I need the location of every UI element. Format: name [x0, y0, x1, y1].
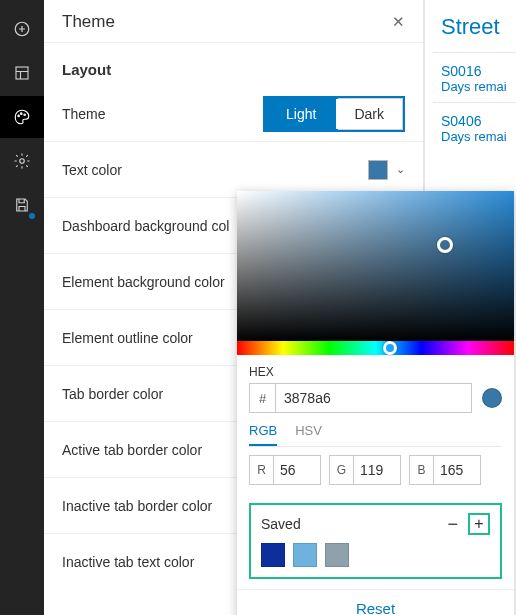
- row-label: Tab border color: [62, 386, 163, 402]
- svg-point-5: [20, 159, 25, 164]
- row-label: Theme: [62, 106, 106, 122]
- unsaved-dot-icon: [29, 213, 35, 219]
- svg-rect-1: [16, 67, 28, 79]
- saturation-gradient[interactable]: [237, 191, 514, 341]
- saved-colors: Saved − +: [249, 503, 502, 579]
- list-item[interactable]: S0016 Days remai: [433, 52, 516, 102]
- hue-slider[interactable]: [237, 341, 514, 355]
- saved-swatch[interactable]: [261, 543, 285, 567]
- row-label: Element background color: [62, 274, 225, 290]
- remove-saved-button[interactable]: −: [447, 515, 458, 533]
- svg-point-3: [21, 113, 23, 115]
- r-input[interactable]: [274, 456, 320, 484]
- g-input[interactable]: [354, 456, 400, 484]
- saved-swatch[interactable]: [293, 543, 317, 567]
- theme-light-button[interactable]: Light: [266, 99, 336, 129]
- svg-point-2: [18, 115, 20, 117]
- row-label: Element outline color: [62, 330, 193, 346]
- add-saved-button[interactable]: +: [468, 513, 490, 535]
- item-sub: Days remai: [441, 129, 516, 144]
- hex-label: HEX: [249, 365, 502, 379]
- panel-title: Theme: [62, 12, 115, 32]
- rail-add[interactable]: [0, 8, 44, 50]
- hex-input[interactable]: [275, 383, 472, 413]
- b-field: B: [409, 455, 481, 485]
- tab-rgb[interactable]: RGB: [249, 423, 277, 446]
- saved-label: Saved: [261, 516, 301, 532]
- item-sub: Days remai: [441, 79, 516, 94]
- g-field: G: [329, 455, 401, 485]
- theme-segmented: Light Dark: [263, 96, 405, 132]
- tab-hsv[interactable]: HSV: [295, 423, 322, 446]
- hash-prefix: #: [249, 383, 275, 413]
- color-picker: HEX # RGB HSV R G B Saved − + Re: [237, 191, 514, 615]
- section-layout: Layout: [44, 43, 423, 86]
- item-id: S0406: [441, 113, 516, 129]
- item-id: S0016: [441, 63, 516, 79]
- color-preview-dot: [482, 388, 502, 408]
- list-item[interactable]: S0406 Days remai: [433, 102, 516, 152]
- row-text-color: Text color ⌄: [44, 142, 423, 198]
- left-rail: [0, 0, 44, 615]
- saved-swatch[interactable]: [325, 543, 349, 567]
- r-field: R: [249, 455, 321, 485]
- saturation-handle[interactable]: [437, 237, 453, 253]
- chevron-down-icon: ⌄: [396, 163, 405, 176]
- row-label: Inactive tab border color: [62, 498, 212, 514]
- reset-button[interactable]: Reset: [237, 589, 514, 615]
- text-color-swatch: [368, 160, 388, 180]
- rail-layout[interactable]: [0, 52, 44, 94]
- b-input[interactable]: [434, 456, 480, 484]
- color-mode-tabs: RGB HSV: [249, 423, 502, 447]
- close-icon[interactable]: ✕: [392, 13, 405, 31]
- rail-settings[interactable]: [0, 140, 44, 182]
- hue-handle[interactable]: [383, 341, 397, 355]
- rail-save[interactable]: [0, 184, 44, 226]
- svg-point-4: [24, 114, 26, 116]
- row-label: Active tab border color: [62, 442, 202, 458]
- row-label: Inactive tab text color: [62, 554, 194, 570]
- rail-theme[interactable]: [0, 96, 44, 138]
- preview-title: Street: [441, 14, 516, 40]
- theme-dark-button[interactable]: Dark: [336, 99, 402, 129]
- row-label: Dashboard background col: [62, 218, 229, 234]
- text-color-picker-trigger[interactable]: ⌄: [368, 160, 405, 180]
- row-theme: Theme Light Dark: [44, 86, 423, 142]
- row-label: Text color: [62, 162, 122, 178]
